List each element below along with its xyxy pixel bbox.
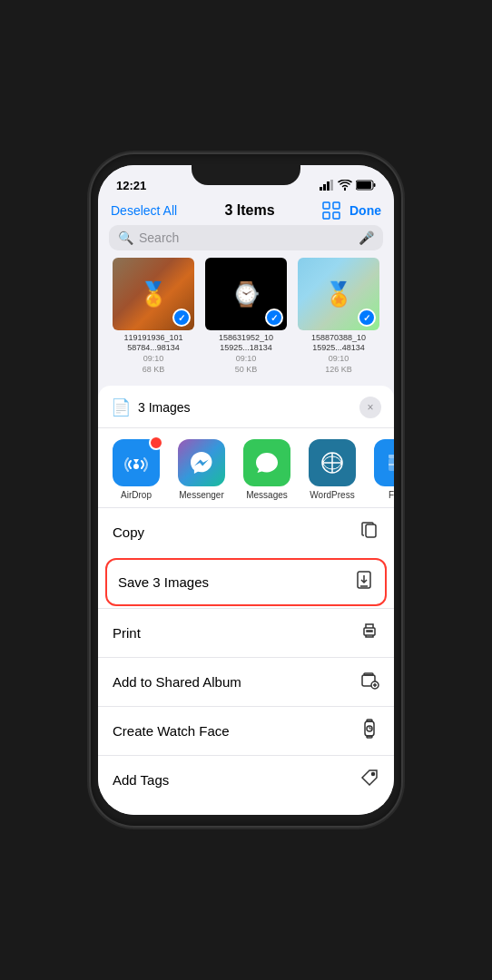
photos-grid: 🏅 119191936_101 58784...98134 09:10 68 K… — [98, 258, 394, 376]
photo-name-2: 158631952_10 15925...18134 — [219, 333, 273, 353]
add-tags-icon — [359, 768, 379, 792]
svg-rect-0 — [320, 187, 322, 191]
microphone-icon[interactable]: 🎤 — [359, 230, 374, 245]
add-shared-album-icon — [359, 670, 379, 694]
print-label: Print — [113, 625, 141, 641]
copy-label: Copy — [113, 524, 144, 540]
wifi-icon — [338, 180, 352, 191]
svg-rect-25 — [367, 736, 372, 738]
messages-icon[interactable] — [243, 439, 290, 486]
svg-point-11 — [133, 464, 139, 469]
partial-label: Fa... — [389, 490, 394, 500]
svg-rect-24 — [367, 720, 372, 721]
battery-icon — [356, 180, 376, 191]
photo-thumb-1[interactable]: 🏅 — [113, 258, 194, 330]
airdrop-label: AirDrop — [121, 490, 152, 500]
app-item-airdrop[interactable]: AirDrop — [103, 439, 169, 500]
save-images-label: Save 3 Images — [118, 574, 209, 590]
photo-thumb-2[interactable]: ⌚ — [205, 258, 287, 330]
svg-rect-8 — [333, 202, 339, 209]
share-header-left: 📄 3 Images — [111, 397, 191, 417]
photo-meta-2: 09:10 50 KB — [235, 353, 258, 376]
svg-rect-1 — [323, 184, 326, 191]
svg-rect-10 — [333, 212, 339, 219]
wordpress-icon[interactable] — [309, 439, 356, 486]
search-bar[interactable]: 🔍 Search 🎤 — [109, 225, 383, 250]
svg-rect-18 — [367, 631, 372, 632]
photo-thumb-3[interactable]: 🏅 — [298, 258, 379, 330]
svg-rect-5 — [357, 181, 371, 189]
status-time: 12:21 — [116, 179, 146, 192]
messages-label: Messages — [246, 490, 288, 500]
partial-icon[interactable] — [374, 439, 394, 486]
phone-frame: 12:21 — [91, 154, 401, 826]
add-shared-album-label: Add to Shared Album — [113, 674, 241, 690]
svg-rect-15 — [366, 524, 376, 537]
document-icon: 📄 — [111, 397, 131, 417]
photo-item-2[interactable]: ⌚ 158631952_10 15925...18134 09:10 50 KB — [202, 258, 290, 376]
svg-rect-20 — [364, 673, 373, 675]
print-action[interactable]: Print — [98, 608, 394, 657]
grid-view-icon[interactable] — [322, 201, 340, 220]
add-tags-action[interactable]: Add Tags — [98, 755, 394, 804]
print-icon — [359, 621, 379, 645]
copy-icon — [359, 520, 379, 544]
photo-meta-1: 09:10 68 KB — [143, 353, 165, 376]
photo-name-3: 158870388_10 15925...48134 — [311, 333, 366, 353]
nav-right: Done — [322, 201, 381, 220]
deselect-all-button[interactable]: Deselect All — [111, 203, 177, 218]
app-item-partial[interactable]: Fa... — [365, 439, 394, 500]
save-images-icon — [354, 570, 374, 594]
wordpress-label: WordPress — [310, 490, 354, 500]
phone-screen: 12:21 — [98, 165, 394, 815]
create-watch-face-label: Create Watch Face — [113, 723, 230, 739]
copy-action[interactable]: Copy — [98, 507, 394, 556]
svg-rect-3 — [330, 180, 333, 191]
save-images-action[interactable]: Save 3 Images — [105, 558, 387, 606]
svg-rect-9 — [323, 212, 330, 219]
create-watch-face-action[interactable]: Create Watch Face — [98, 706, 394, 755]
photo-name-1: 119191936_101 58784...98134 — [123, 333, 182, 353]
airdrop-badge — [149, 436, 163, 450]
share-sheet: 📄 3 Images × — [98, 386, 394, 815]
share-title: 3 Images — [138, 400, 191, 415]
photo-item-3[interactable]: 🏅 158870388_10 15925...48134 09:10 126 K… — [294, 258, 383, 376]
add-shared-album-action[interactable]: Add to Shared Album — [98, 657, 394, 706]
airdrop-icon[interactable] — [113, 439, 160, 486]
done-button[interactable]: Done — [349, 203, 381, 218]
messenger-label: Messenger — [179, 490, 223, 500]
apps-row: AirDrop Messenger — [98, 428, 394, 507]
status-icons — [320, 180, 376, 191]
create-watch-face-icon — [359, 719, 379, 743]
search-icon: 🔍 — [118, 230, 133, 245]
search-input[interactable]: Search — [139, 230, 353, 245]
messenger-icon[interactable] — [178, 439, 225, 486]
svg-rect-6 — [374, 183, 376, 187]
svg-point-26 — [372, 773, 375, 776]
share-close-button[interactable]: × — [359, 397, 381, 418]
app-item-messages[interactable]: Messages — [234, 439, 300, 500]
app-item-wordpress[interactable]: WordPress — [300, 439, 365, 500]
photo-item-1[interactable]: 🏅 119191936_101 58784...98134 09:10 68 K… — [109, 258, 198, 376]
photo-check-3 — [358, 309, 376, 327]
notch — [192, 165, 300, 185]
svg-rect-14 — [389, 455, 394, 458]
signal-icon — [320, 180, 334, 191]
nav-bar: Deselect All 3 Items Done — [98, 198, 394, 225]
share-header: 📄 3 Images × — [98, 397, 394, 428]
photo-check-1 — [172, 309, 191, 327]
photo-meta-3: 09:10 126 KB — [325, 353, 352, 376]
svg-rect-2 — [327, 181, 330, 191]
add-tags-label: Add Tags — [113, 772, 169, 788]
svg-rect-7 — [323, 202, 330, 209]
photo-check-2 — [265, 309, 283, 327]
nav-title: 3 Items — [225, 202, 275, 219]
app-item-messenger[interactable]: Messenger — [169, 439, 234, 500]
